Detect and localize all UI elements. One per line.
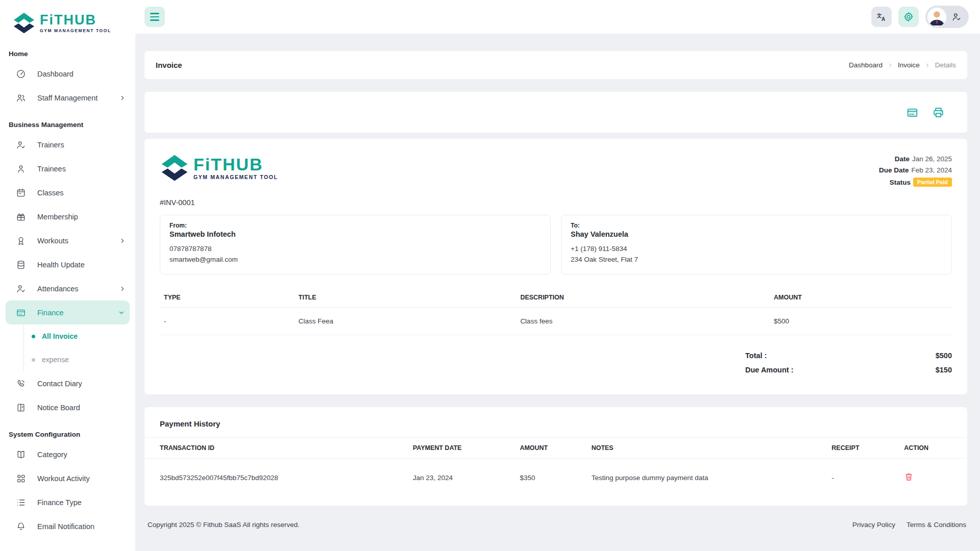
section-label-home: Home [0,39,135,62]
payment-receipt: - [826,459,899,489]
bell-icon [16,521,26,532]
invoice-toolbar-card [144,92,967,133]
payment-amount: $350 [514,459,586,489]
date-label: Date [895,155,910,163]
sidebar-subitem-all-invoice[interactable]: All Invoice [24,324,135,348]
to-address: 234 Oak Street, Flat 7 [571,254,942,265]
sidebar-item-category[interactable]: Category [0,442,135,466]
total-value: $500 [936,348,952,363]
col-amount: AMOUNT [770,288,952,308]
sidebar-item-staff-management[interactable]: Staff Management [0,86,135,110]
sidebar-subitem-expense[interactable]: expense [24,348,135,371]
terms-conditions-link[interactable]: Terms & Conditions [906,521,966,529]
due-amount-value: $150 [936,363,952,377]
trash-icon [904,472,914,482]
sidebar-item-email-notification[interactable]: Email Notification [0,514,135,538]
col-amount: AMOUNT [514,438,586,459]
invoice-to-box: To: Shay Valenzuela +1 (178) 911-5834 23… [561,215,952,274]
sidebar-item-trainers[interactable]: Trainers [0,133,135,157]
to-phone: +1 (178) 911-5834 [571,243,942,254]
from-phone: 07878787878 [169,243,541,254]
print-button[interactable] [932,106,945,119]
credit-card-icon [16,308,26,318]
sidebar-item-label: Workouts [37,237,68,245]
content-area: Invoice Dashboard Invoice Details [135,34,980,551]
person-icon [16,164,26,174]
sidebar-item-workout-activity[interactable]: Workout Activity [0,466,135,490]
col-notes: NOTES [586,438,827,459]
sidebar-item-label: Trainees [37,165,66,173]
col-payment-date: PAYMENT DATE [408,438,515,459]
sidebar-item-dashboard[interactable]: Dashboard [0,62,135,86]
delete-payment-button[interactable] [904,472,914,482]
credit-card-icon [906,106,919,119]
to-name: Shay Valenzuela [571,230,942,238]
chevron-right-icon [924,62,930,68]
col-action: ACTION [899,438,967,459]
payment-transaction-id: 325bd573252e007f45fbb75c7bd92028 [144,459,408,489]
sidebar-item-label: Finance [37,309,64,317]
phone-icon [16,379,26,389]
sidebar-item-workouts[interactable]: Workouts [0,229,135,253]
chevron-right-icon [119,285,126,292]
settings-button[interactable] [898,7,919,27]
brand-logo[interactable]: FiTHUB GYM MANAGEMENT TOOL [0,5,135,39]
brand-tagline: GYM MANAGEMENT TOOL [40,29,111,33]
svg-text:A: A [881,16,886,22]
fithub-logo-icon [160,153,189,183]
bullet-icon [32,358,35,362]
sidebar-item-label: Trainers [37,141,64,149]
privacy-policy-link[interactable]: Privacy Policy [852,521,895,529]
payment-history-table: TRANSACTION ID PAYMENT DATE AMOUNT NOTES… [144,437,967,488]
sidebar-item-membership[interactable]: Membership [0,205,135,229]
grid-icon [16,473,26,484]
sidebar-item-label: Health Update [37,261,85,269]
due-amount-label: Due Amount : [745,363,794,377]
sidebar-item-contact-diary[interactable]: Contact Diary [0,371,135,395]
chevron-right-icon [119,237,126,244]
sidebar-item-label: Email Notification [37,522,94,531]
list-icon [16,497,26,508]
sidebar-item-notice-board[interactable]: Notice Board [0,395,135,419]
breadcrumb-invoice[interactable]: Invoice [898,61,920,69]
payment-button[interactable] [906,106,919,119]
table-row: - Class Feea Class fees $500 [160,308,952,335]
clipboard-icon [16,403,26,413]
language-button[interactable]: 文 A [871,7,892,27]
avatar [927,8,946,27]
app-root: FiTHUB GYM MANAGEMENT TOOL Home Dashboar… [0,0,980,551]
brand-name: FiTHUB [193,156,278,173]
sidebar-item-label: Membership [37,213,78,221]
sidebar-item-trainees[interactable]: Trainees [0,157,135,181]
sidebar-item-label: Dashboard [37,70,74,78]
person-check-icon [16,140,26,150]
to-label: To: [571,222,942,229]
payment-notes: Testing purpose dummy payment data [586,459,827,489]
brand-name: FiTHUB [40,13,111,27]
printer-icon [932,106,945,119]
sidebar-item-attendances[interactable]: Attendances [0,277,135,300]
menu-toggle-button[interactable] [144,7,165,27]
sidebar: FiTHUB GYM MANAGEMENT TOOL Home Dashboar… [0,0,135,551]
sidebar-item-classes[interactable]: Classes [0,181,135,205]
sidebar-item-finance-type[interactable]: Finance Type [0,490,135,514]
invoice-number: #INV-0001 [160,198,952,207]
item-title: Class Feea [295,308,517,335]
table-row: 325bd573252e007f45fbb75c7bd92028 Jan 23,… [144,459,967,489]
hamburger-icon [150,13,159,14]
sidebar-item-finance[interactable]: Finance [6,300,130,324]
invoice-totals: Total : $500 Due Amount : $150 [745,348,952,377]
breadcrumb-details: Details [935,61,956,69]
breadcrumb-dashboard[interactable]: Dashboard [849,61,883,69]
due-date-label: Due Date [879,166,909,174]
award-icon [16,236,26,246]
chevron-down-icon [118,309,125,316]
gift-icon [16,212,26,222]
sidebar-item-health-update[interactable]: Health Update [0,253,135,277]
user-menu-button[interactable] [925,6,969,28]
sidebar-subitem-label: All Invoice [42,332,78,340]
from-name: Smartweb Infotech [169,230,541,238]
chevron-right-icon [887,62,893,68]
invoice-due-date: Feb 23, 2024 [911,166,952,174]
page-header-card: Invoice Dashboard Invoice Details [144,51,967,79]
